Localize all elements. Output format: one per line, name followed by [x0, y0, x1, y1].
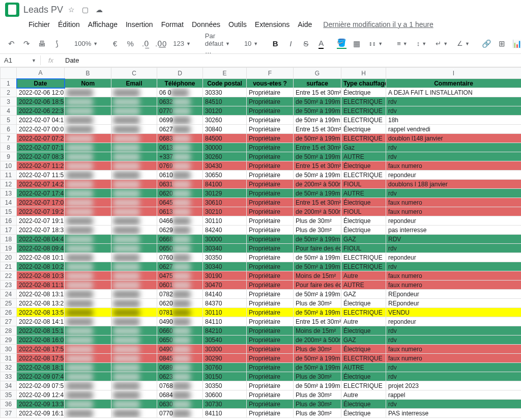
cell[interactable]: GAZ [341, 335, 386, 345]
cell[interactable]: 30470 [203, 281, 247, 290]
cell[interactable]: 2022-02-08 16:0 [17, 335, 65, 345]
row-header[interactable]: 11 [1, 171, 17, 180]
cell[interactable]: Propriétaire [247, 143, 294, 152]
sheets-logo[interactable] [5, 3, 19, 17]
cell[interactable]: Plus de 30m² [294, 345, 341, 354]
cell[interactable]: Date [17, 79, 65, 88]
select-all[interactable] [1, 68, 17, 79]
cell[interactable]: faux numero [386, 271, 522, 281]
cell[interactable]: 0684████ [157, 390, 203, 400]
cell[interactable]: Entre 15 et 30m² [294, 125, 341, 134]
cell[interactable]: 0781████ [157, 308, 203, 317]
cell[interactable]: Entre 15 et 30m² [294, 317, 341, 326]
cell[interactable]: 2022-02-08 04:4 [17, 235, 65, 244]
cell[interactable]: repondeur [386, 171, 522, 180]
comment-button[interactable]: ⊞ [496, 38, 508, 50]
cell[interactable]: ██████ [111, 216, 157, 226]
cell[interactable]: ██████ [111, 198, 157, 207]
cell[interactable]: 0601████ [157, 281, 203, 290]
cell[interactable]: Moins de 15m² [294, 271, 341, 281]
row-header[interactable]: 25 [1, 299, 17, 308]
cell[interactable]: doublons l 188 janvier [386, 180, 522, 189]
cell[interactable]: 0490████ [157, 317, 203, 326]
row-header[interactable]: 22 [1, 271, 17, 281]
cell[interactable]: ██████ [65, 345, 111, 354]
cell[interactable]: 0630████ [157, 400, 203, 409]
cell[interactable]: ██████ [65, 171, 111, 180]
cell[interactable]: ██████ [65, 125, 111, 134]
cell[interactable]: Propriétaire [247, 97, 294, 106]
cell[interactable]: ██████ [65, 180, 111, 189]
cell[interactable]: ██████ [65, 143, 111, 152]
cell[interactable]: Entre 15 et 30m² [294, 161, 341, 171]
fontsize-select[interactable]: 10▼ [241, 40, 261, 47]
col-header-H[interactable]: H [341, 68, 386, 79]
cell[interactable]: ██████ [111, 143, 157, 152]
cell[interactable]: Propriétaire [247, 198, 294, 207]
cell[interactable]: ██████ [111, 335, 157, 345]
cell[interactable]: 0645████ [157, 198, 203, 207]
cell[interactable]: Propriétaire [247, 363, 294, 372]
cell[interactable]: ██████ [111, 400, 157, 409]
cell[interactable]: 2022-02-07 11:2 [17, 161, 65, 171]
cell[interactable]: repondeur [386, 216, 522, 226]
cell[interactable]: Propriétaire [247, 216, 294, 226]
cell[interactable]: ██████ [111, 381, 157, 390]
row-header[interactable]: 20 [1, 253, 17, 262]
cell[interactable]: ██████ [111, 152, 157, 161]
cell[interactable]: Propriétaire [247, 409, 294, 418]
cell[interactable]: Électrique [341, 198, 386, 207]
grid[interactable]: ABCDEFGHI 1DateNomEmailTéléphoneCode pos… [0, 67, 521, 420]
cell[interactable]: VENDU [386, 308, 522, 317]
cell[interactable]: 2022-02-08 10:1 [17, 253, 65, 262]
cell[interactable]: Électrique [341, 345, 386, 354]
cell[interactable]: projet 2023 [386, 381, 522, 390]
move-icon[interactable]: ▢ [82, 6, 89, 14]
cell[interactable]: rdv [386, 152, 522, 161]
cell[interactable]: 2022-02-09 16:1 [17, 409, 65, 418]
menu-extensions[interactable]: Extensions [252, 18, 293, 31]
cell[interactable]: ELECTRIQUE [341, 381, 386, 390]
cell[interactable]: de 200m² à 500r [294, 207, 341, 216]
cell[interactable]: 0768████ [157, 381, 203, 390]
cell[interactable]: 2022-02-07 07:1 [17, 143, 65, 152]
cell[interactable]: 0613████ [157, 207, 203, 216]
cell[interactable]: Propriétaire [247, 372, 294, 381]
cell[interactable]: 0466████ [157, 216, 203, 226]
cell[interactable]: doublon l148 janvier [386, 134, 522, 143]
cell[interactable]: Gaz [341, 143, 386, 152]
cell[interactable]: 2022-02-08 18:1 [17, 363, 65, 372]
row-header[interactable]: 7 [1, 134, 17, 143]
cell[interactable]: Entre 15 et 30m² [294, 88, 341, 97]
paint-format-button[interactable]: ⟆ [51, 38, 63, 50]
cell[interactable]: ██████ [111, 244, 157, 253]
cell[interactable]: 0627████ [157, 262, 203, 271]
cell[interactable]: Propriétaire [247, 88, 294, 97]
cell[interactable]: 84140 [203, 290, 247, 299]
italic-button[interactable]: I [284, 38, 297, 50]
cell[interactable]: faux numero [386, 281, 522, 290]
cell[interactable]: rdv [386, 363, 522, 372]
cell[interactable]: A DEJA FAIT L INSTALLATION [386, 88, 522, 97]
cell[interactable]: 2022-02-08 17:5 [17, 345, 65, 354]
cell[interactable]: ██████ [65, 326, 111, 335]
cell[interactable]: ██████ [65, 372, 111, 381]
row-header[interactable]: 14 [1, 198, 17, 207]
link-button[interactable]: 🔗 [481, 38, 493, 50]
cell[interactable]: Propriétaire [247, 354, 294, 363]
cell[interactable]: 2022-02-09 07:5 [17, 381, 65, 390]
cell[interactable]: ██████ [65, 335, 111, 345]
cell[interactable]: rappel vendredi [386, 125, 522, 134]
cell[interactable]: 2022-02-08 10:2 [17, 262, 65, 271]
cell[interactable]: rdv [386, 189, 522, 198]
cell[interactable]: ██████ [111, 106, 157, 116]
cell[interactable]: 30350 [203, 253, 247, 262]
cell[interactable]: de 200m² à 500r [294, 180, 341, 189]
cell[interactable]: Pour faire des éc [294, 281, 341, 290]
cell[interactable]: 30120 [203, 106, 247, 116]
cell[interactable]: ██████ [111, 390, 157, 400]
cell[interactable]: faux numero [386, 345, 522, 354]
cell[interactable]: rdv [386, 326, 522, 335]
cell[interactable]: de 50m² à 199m [294, 235, 341, 244]
row-header[interactable]: 23 [1, 281, 17, 290]
